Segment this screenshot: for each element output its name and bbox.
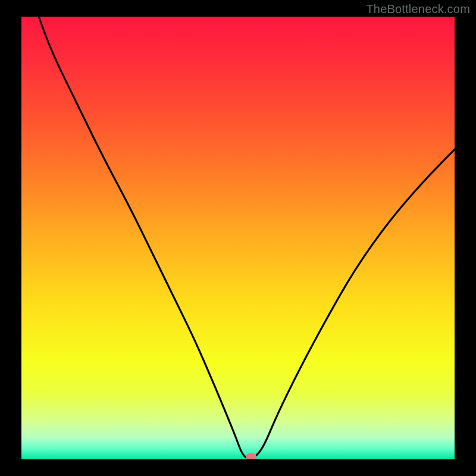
optimum-marker — [246, 453, 256, 459]
plot-area — [21, 17, 455, 459]
bottleneck-curve — [21, 17, 455, 459]
watermark-label: TheBottleneck.com — [366, 2, 470, 16]
chart-frame: TheBottleneck.com — [0, 0, 476, 476]
